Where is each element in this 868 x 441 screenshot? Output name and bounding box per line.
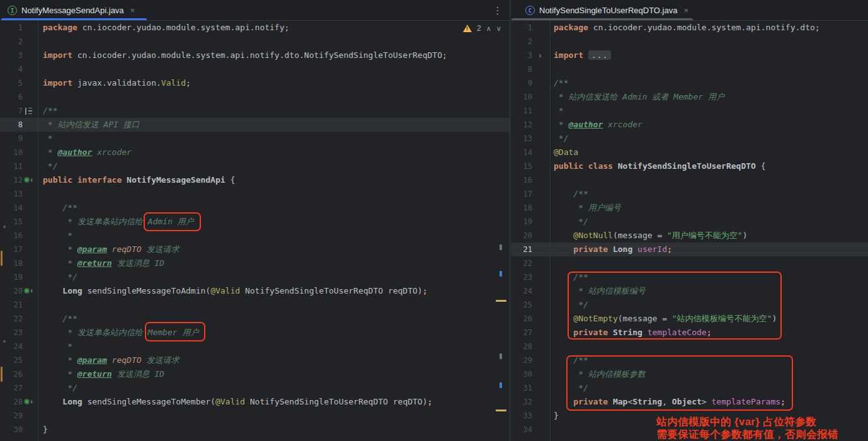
code-text[interactable] xyxy=(38,62,43,76)
code-line[interactable]: 26 * @return 发送消息 ID xyxy=(0,367,510,381)
code-line[interactable]: 2 xyxy=(0,35,510,49)
gutter[interactable] xyxy=(23,340,38,353)
code-text[interactable]: */ xyxy=(38,381,77,395)
line-number[interactable]: 9 xyxy=(0,132,23,146)
code-text[interactable]: * 站内信发送 API 接口 xyxy=(38,118,140,132)
line-number[interactable]: 30 xyxy=(0,423,23,437)
code-text[interactable]: */ xyxy=(550,381,588,395)
code-text[interactable]: Long sendSingleMessageToMember(@Valid No… xyxy=(38,395,432,409)
gutter[interactable] xyxy=(532,132,550,146)
render-doc-icon[interactable] xyxy=(25,108,32,115)
gutter[interactable] xyxy=(532,353,550,367)
inspections-widget[interactable]: 2 ∧ ∨ xyxy=(463,24,501,33)
code-text[interactable]: * 用户编号 xyxy=(550,201,621,215)
gutter[interactable] xyxy=(532,284,550,298)
gutter[interactable] xyxy=(532,201,550,215)
line-number[interactable]: 26 xyxy=(0,367,23,381)
line-number[interactable]: 2 xyxy=(0,35,23,49)
fold-chevron-icon[interactable]: › xyxy=(537,49,542,62)
gutter[interactable] xyxy=(532,118,550,132)
code-line[interactable]: 25 * @param reqDTO 发送请求 xyxy=(0,353,510,367)
gutter[interactable] xyxy=(532,312,550,326)
code-line[interactable]: 28↓ Long sendSingleMessageToMember(@Vali… xyxy=(0,395,510,409)
code-line[interactable]: 1package cn.iocoder.yudao.module.system.… xyxy=(0,21,510,35)
gutter[interactable] xyxy=(23,146,38,159)
code-line[interactable]: 17 /** xyxy=(511,187,868,201)
gutter[interactable]: ↓ xyxy=(23,284,38,298)
code-line[interactable]: 15public class NotifySendSingleToUserReq… xyxy=(511,159,868,173)
line-number[interactable]: 2 xyxy=(511,35,532,49)
code-line[interactable]: 19 */ xyxy=(0,270,510,284)
gutter[interactable] xyxy=(532,326,550,340)
code-text[interactable]: } xyxy=(38,423,48,437)
line-number[interactable]: 30 xyxy=(511,367,532,381)
code-text[interactable]: * xyxy=(550,104,564,118)
line-number[interactable]: 8 xyxy=(511,62,532,76)
code-editor-right[interactable]: 1package cn.iocoder.yudao.module.system.… xyxy=(511,21,868,441)
code-line[interactable]: 32 private Map<String, Object> templateP… xyxy=(511,395,868,409)
code-text[interactable]: * xyxy=(38,229,72,243)
code-line[interactable]: 27 private String templateCode; xyxy=(511,326,868,340)
gutter[interactable] xyxy=(23,256,38,270)
line-number[interactable]: 24 xyxy=(511,284,532,298)
code-text[interactable] xyxy=(38,298,43,312)
code-text[interactable]: import javax.validation.Valid; xyxy=(38,76,191,90)
code-text[interactable]: */ xyxy=(38,270,77,284)
code-line[interactable]: 22 /** xyxy=(0,312,510,326)
line-number[interactable]: 20 xyxy=(0,284,23,298)
gutter[interactable] xyxy=(532,367,550,381)
code-line[interactable]: 3›import ... xyxy=(511,49,868,62)
code-text[interactable]: @NotEmpty(message = "站内信模板编号不能为空") xyxy=(550,312,777,326)
gutter[interactable] xyxy=(532,76,550,90)
line-number[interactable]: 13 xyxy=(511,132,532,146)
line-number[interactable]: 27 xyxy=(0,381,23,395)
code-text[interactable]: /** xyxy=(550,353,588,367)
code-line[interactable]: 24 * 站内信模板编号 xyxy=(511,284,868,298)
code-text[interactable] xyxy=(38,409,43,423)
code-line[interactable]: 30} xyxy=(0,423,510,437)
line-number[interactable]: 28 xyxy=(511,340,532,353)
gutter[interactable] xyxy=(23,423,38,437)
code-line[interactable]: 24 * xyxy=(0,340,510,353)
gutter[interactable] xyxy=(23,326,38,340)
gutter[interactable] xyxy=(23,76,38,90)
line-number[interactable]: 27 xyxy=(511,326,532,340)
code-text[interactable]: Long sendSingleMessageToAdmin(@Valid Not… xyxy=(38,284,428,298)
gutter[interactable] xyxy=(532,215,550,229)
line-number[interactable]: 16 xyxy=(0,229,23,243)
line-number[interactable]: 1 xyxy=(511,21,532,35)
gutter[interactable] xyxy=(23,62,38,76)
line-number[interactable]: 22 xyxy=(511,256,532,270)
gutter[interactable] xyxy=(532,409,550,423)
code-line[interactable]: 6 xyxy=(0,90,510,104)
code-line[interactable]: 25 */ xyxy=(511,298,868,312)
code-line[interactable]: 23 /** xyxy=(511,270,868,284)
code-text[interactable]: * @param reqDTO 发送请求 xyxy=(38,353,179,367)
gutter[interactable] xyxy=(532,270,550,284)
code-line[interactable]: 21 private Long userId; xyxy=(511,243,868,256)
gutter[interactable] xyxy=(532,256,550,270)
line-number[interactable]: 28 xyxy=(0,395,23,409)
gutter[interactable] xyxy=(532,298,550,312)
line-number[interactable]: 3 xyxy=(511,49,532,62)
code-text[interactable]: @NotNull(message = "用户编号不能为空") xyxy=(550,229,748,243)
code-line[interactable]: 11 */ xyxy=(0,159,510,173)
line-number[interactable]: 20 xyxy=(511,229,532,243)
gutter[interactable] xyxy=(23,215,38,229)
code-line[interactable]: 26 @NotEmpty(message = "站内信模板编号不能为空") xyxy=(511,312,868,326)
code-line[interactable]: 15 * 发送单条站内信给 Admin 用户 xyxy=(0,215,510,229)
gutter[interactable]: ↓ xyxy=(23,395,38,409)
code-line[interactable]: 7/** xyxy=(0,104,510,118)
code-text[interactable]: private Map<String, Object> templatePara… xyxy=(550,395,785,409)
close-icon[interactable]: × xyxy=(683,6,688,15)
code-line[interactable]: 8 xyxy=(511,62,868,76)
line-number[interactable]: 23 xyxy=(0,326,23,340)
code-text[interactable]: private Long userId; xyxy=(550,243,672,256)
gutter[interactable] xyxy=(532,187,550,201)
line-number[interactable]: 6 xyxy=(0,90,23,104)
code-text[interactable]: } xyxy=(550,409,559,423)
code-line[interactable]: 19 */ xyxy=(511,215,868,229)
code-line[interactable]: 2 xyxy=(511,35,868,49)
gutter[interactable] xyxy=(532,229,550,243)
gutter[interactable] xyxy=(532,173,550,187)
